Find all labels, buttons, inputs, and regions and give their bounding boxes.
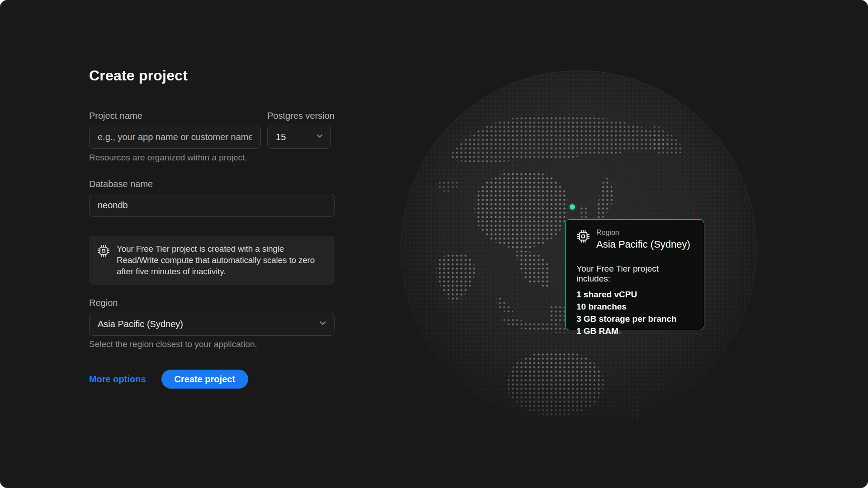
- include-item-vcpu: 1 shared vCPU: [576, 288, 693, 300]
- region-helper: Select the region closest to your applic…: [89, 339, 335, 349]
- more-options-button[interactable]: More options: [89, 374, 146, 385]
- create-project-screen: Region Asia Pacific (Sydney) Your Free T…: [0, 0, 868, 488]
- free-tier-note: Your Free Tier project is created with a…: [117, 243, 326, 277]
- cpu-chip-icon: [576, 230, 590, 245]
- database-name-label: Database name: [89, 178, 335, 189]
- region-marker-dot: [570, 204, 575, 210]
- card-region-label: Region: [596, 229, 690, 237]
- card-region-value: Asia Pacific (Sydney): [596, 239, 690, 250]
- region-label: Region: [89, 297, 335, 308]
- region-value: Asia Pacific (Sydney): [98, 319, 183, 329]
- card-includes-title: Your Free Tier project includes:: [576, 264, 693, 284]
- postgres-version-value: 15: [276, 132, 286, 142]
- include-item-ram: 1 GB RAM: [576, 325, 693, 337]
- project-name-input[interactable]: [89, 126, 261, 149]
- card-includes-list: 1 shared vCPU 10 branches 3 GB storage p…: [576, 288, 693, 337]
- cpu-chip-icon: [97, 244, 110, 259]
- chevron-down-icon: [315, 131, 324, 143]
- postgres-version-select[interactable]: 15: [267, 126, 331, 149]
- include-item-storage: 3 GB storage per branch: [576, 313, 693, 325]
- create-project-button[interactable]: Create project: [161, 370, 249, 389]
- postgres-version-label: Postgres version: [267, 110, 335, 121]
- page-title: Create project: [89, 67, 335, 84]
- project-name-label: Project name: [89, 110, 261, 121]
- region-select[interactable]: Asia Pacific (Sydney): [89, 313, 335, 336]
- include-item-branches: 10 branches: [576, 300, 693, 313]
- database-name-input[interactable]: [89, 194, 335, 217]
- create-project-form: Create project Project name Postgres ver…: [89, 67, 335, 389]
- project-name-helper: Resources are organized within a project…: [89, 153, 335, 163]
- region-info-card: Region Asia Pacific (Sydney) Your Free T…: [565, 219, 704, 330]
- chevron-down-icon: [318, 318, 328, 330]
- free-tier-info-box: Your Free Tier project is created with a…: [89, 236, 335, 285]
